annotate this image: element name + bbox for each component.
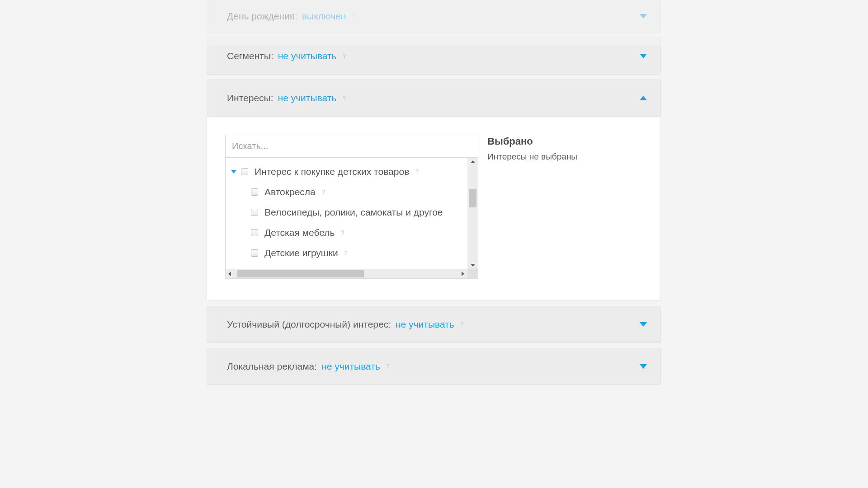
help-icon[interactable]: ? bbox=[352, 13, 355, 19]
tree-row-label: Детская мебель bbox=[264, 227, 335, 238]
panel-header-local[interactable]: Локальная реклама: не учитывать ? bbox=[207, 348, 660, 385]
scroll-down-icon[interactable] bbox=[471, 264, 475, 267]
help-icon[interactable]: ? bbox=[343, 53, 346, 59]
checkbox[interactable] bbox=[241, 168, 248, 175]
checkbox[interactable] bbox=[251, 188, 258, 196]
scroll-left-icon[interactable] bbox=[228, 272, 231, 276]
scroll-corner bbox=[467, 268, 478, 279]
scroll-thumb[interactable] bbox=[237, 270, 364, 277]
checkbox[interactable] bbox=[251, 209, 258, 216]
panel-header-interests[interactable]: Интересы: не учитывать ? bbox=[207, 80, 660, 116]
help-icon[interactable]: ? bbox=[341, 230, 344, 236]
help-icon[interactable]: ? bbox=[461, 321, 464, 328]
tree-row[interactable]: Велосипеды, ролики, самокаты и другое bbox=[226, 202, 467, 222]
panel-header-segments[interactable]: Сегменты: не учитывать ? bbox=[207, 38, 660, 74]
tree-row-label: Детские игрушки bbox=[264, 248, 338, 258]
interest-tree: Искать... Интерес к покупке детских това… bbox=[225, 135, 478, 279]
panel-header-birthday[interactable]: День рождения: выключен ? bbox=[207, 0, 660, 32]
tree-row-root[interactable]: Интерес к покупке детских товаров ? bbox=[226, 161, 467, 182]
panel-value: не учитывать bbox=[278, 93, 337, 103]
tree-row[interactable]: Детская мебель ? bbox=[226, 222, 467, 243]
panel-body-interests: Искать... Интерес к покупке детских това… bbox=[207, 116, 660, 300]
scroll-thumb[interactable] bbox=[469, 189, 476, 207]
panel-birthday: День рождения: выключен ? bbox=[207, 0, 661, 33]
tree-row[interactable]: Книги для детей bbox=[226, 263, 467, 269]
interest-tree-area: Интерес к покупке детских товаров ? Авто… bbox=[225, 158, 478, 279]
panel-value: выключен bbox=[302, 11, 346, 22]
panel-value: не учитывать bbox=[321, 361, 380, 372]
panel-label: День рождения: bbox=[227, 11, 297, 22]
vertical-scrollbar[interactable] bbox=[467, 158, 478, 269]
help-icon[interactable]: ? bbox=[415, 169, 419, 175]
chevron-up-icon bbox=[640, 96, 647, 100]
panel-interests: Интересы: не учитывать ? Искать... bbox=[207, 80, 661, 301]
panel-label: Интересы: bbox=[227, 93, 274, 103]
help-icon[interactable]: ? bbox=[387, 363, 390, 370]
tree-row-label: Автокресла bbox=[264, 187, 316, 197]
scroll-right-icon[interactable] bbox=[462, 272, 464, 276]
panel-value: не учитывать bbox=[278, 51, 337, 61]
panel-header-longterm[interactable]: Устойчивый (долгосрочный) интерес: не уч… bbox=[207, 306, 660, 343]
help-icon[interactable]: ? bbox=[322, 189, 325, 195]
tree-row-label: Интерес к покупке детских товаров bbox=[255, 166, 409, 177]
panel-label: Локальная реклама: bbox=[227, 361, 317, 372]
interest-tree-list: Интерес к покупке детских товаров ? Авто… bbox=[226, 158, 467, 269]
selected-interests: Выбрано Интересы не выбраны bbox=[487, 135, 642, 279]
scroll-up-icon[interactable] bbox=[471, 160, 475, 163]
checkbox[interactable] bbox=[251, 249, 258, 257]
horizontal-scrollbar[interactable] bbox=[226, 269, 478, 278]
help-icon[interactable]: ? bbox=[343, 95, 346, 101]
panel-segments: Сегменты: не учитывать ? bbox=[207, 38, 661, 75]
tree-row[interactable]: Автокресла ? bbox=[226, 182, 467, 202]
chevron-down-icon bbox=[640, 54, 647, 58]
tree-row-label: Велосипеды, ролики, самокаты и другое bbox=[264, 207, 443, 218]
chevron-down-icon bbox=[640, 322, 647, 327]
chevron-down-icon[interactable] bbox=[231, 170, 236, 174]
panel-label: Устойчивый (долгосрочный) интерес: bbox=[227, 319, 391, 330]
selected-empty-text: Интересы не выбраны bbox=[487, 152, 642, 162]
selected-title: Выбрано bbox=[487, 136, 642, 147]
tree-row[interactable]: Детские игрушки ? bbox=[226, 243, 467, 263]
chevron-down-icon bbox=[640, 364, 647, 369]
panel-local-ads: Локальная реклама: не учитывать ? bbox=[207, 348, 661, 385]
chevron-down-icon bbox=[640, 14, 647, 19]
panel-longterm-interest: Устойчивый (долгосрочный) интерес: не уч… bbox=[207, 306, 661, 343]
panel-value: не учитывать bbox=[396, 319, 454, 330]
checkbox[interactable] bbox=[251, 229, 258, 236]
interest-search-input[interactable]: Искать... bbox=[225, 135, 478, 158]
help-icon[interactable]: ? bbox=[344, 250, 348, 256]
panel-label: Сегменты: bbox=[227, 51, 274, 61]
